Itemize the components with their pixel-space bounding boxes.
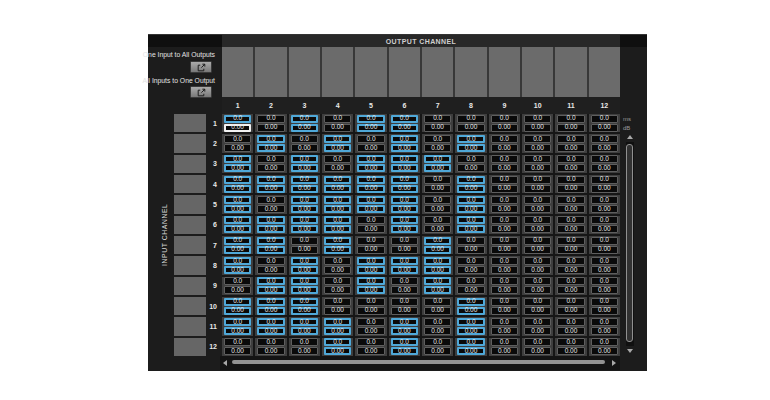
cell-ms-field[interactable]: 0.0 xyxy=(391,216,418,224)
cell-db-field[interactable]: 0.00 xyxy=(357,185,384,193)
cell-ms-field[interactable]: 0.0 xyxy=(257,176,284,184)
cell-ms-field[interactable]: 0.0 xyxy=(424,277,451,285)
cell-db-field[interactable]: 0.00 xyxy=(324,205,351,213)
cell-db-field[interactable]: 0.00 xyxy=(491,246,518,254)
scroll-right-button[interactable] xyxy=(610,359,618,367)
cell-ms-field[interactable]: 0.0 xyxy=(224,115,251,123)
cell-ms-field[interactable]: 0.0 xyxy=(457,237,484,245)
cell-ms-field[interactable]: 0.0 xyxy=(324,318,351,326)
cell-ms-field[interactable]: 0.0 xyxy=(424,135,451,143)
cell-db-field[interactable]: 0.00 xyxy=(224,225,251,233)
cell-db-field[interactable]: 0.00 xyxy=(257,205,284,213)
cell-ms-field[interactable]: 0.0 xyxy=(491,298,518,306)
cell-ms-field[interactable]: 0.0 xyxy=(291,277,318,285)
cell-db-field[interactable]: 0.00 xyxy=(591,124,618,132)
cell-ms-field[interactable]: 0.0 xyxy=(324,237,351,245)
scroll-up-button[interactable] xyxy=(625,133,634,141)
cell-ms-field[interactable]: 0.0 xyxy=(357,237,384,245)
cell-ms-field[interactable]: 0.0 xyxy=(224,216,251,224)
cell-db-field[interactable]: 0.00 xyxy=(524,307,551,315)
cell-ms-field[interactable]: 0.0 xyxy=(524,318,551,326)
all-inputs-to-one-output-button[interactable] xyxy=(190,86,212,98)
cell-ms-field[interactable]: 0.0 xyxy=(557,277,584,285)
cell-db-field[interactable]: 0.00 xyxy=(457,347,484,355)
cell-db-field[interactable]: 0.00 xyxy=(457,205,484,213)
cell-db-field[interactable]: 0.00 xyxy=(391,205,418,213)
cell-db-field[interactable]: 0.00 xyxy=(424,164,451,172)
cell-ms-field[interactable]: 0.0 xyxy=(524,115,551,123)
cell-ms-field[interactable]: 0.0 xyxy=(591,135,618,143)
cell-ms-field[interactable]: 0.0 xyxy=(224,277,251,285)
cell-db-field[interactable]: 0.00 xyxy=(324,286,351,294)
cell-db-field[interactable]: 0.00 xyxy=(524,266,551,274)
cell-ms-field[interactable]: 0.0 xyxy=(557,176,584,184)
cell-db-field[interactable]: 0.00 xyxy=(391,246,418,254)
cell-db-field[interactable]: 0.00 xyxy=(357,124,384,132)
cell-db-field[interactable]: 0.00 xyxy=(424,327,451,335)
cell-db-field[interactable]: 0.00 xyxy=(257,225,284,233)
cell-db-field[interactable]: 0.00 xyxy=(524,347,551,355)
cell-db-field[interactable]: 0.00 xyxy=(557,124,584,132)
cell-ms-field[interactable]: 0.0 xyxy=(357,115,384,123)
cell-db-field[interactable]: 0.00 xyxy=(424,144,451,152)
cell-db-field[interactable]: 0.00 xyxy=(524,327,551,335)
cell-ms-field[interactable]: 0.0 xyxy=(224,176,251,184)
cell-ms-field[interactable]: 0.0 xyxy=(257,298,284,306)
cell-ms-field[interactable]: 0.0 xyxy=(257,196,284,204)
cell-db-field[interactable]: 0.00 xyxy=(324,347,351,355)
cell-ms-field[interactable]: 0.0 xyxy=(324,216,351,224)
cell-ms-field[interactable]: 0.0 xyxy=(357,277,384,285)
cell-ms-field[interactable]: 0.0 xyxy=(457,318,484,326)
cell-ms-field[interactable]: 0.0 xyxy=(357,176,384,184)
cell-db-field[interactable]: 0.00 xyxy=(491,327,518,335)
cell-db-field[interactable]: 0.00 xyxy=(391,225,418,233)
one-input-to-all-outputs-button[interactable] xyxy=(190,61,212,73)
cell-db-field[interactable]: 0.00 xyxy=(291,144,318,152)
cell-ms-field[interactable]: 0.0 xyxy=(257,155,284,163)
cell-db-field[interactable]: 0.00 xyxy=(424,266,451,274)
cell-db-field[interactable]: 0.00 xyxy=(224,164,251,172)
cell-db-field[interactable]: 0.00 xyxy=(357,347,384,355)
cell-db-field[interactable]: 0.00 xyxy=(457,246,484,254)
cell-ms-field[interactable]: 0.0 xyxy=(491,277,518,285)
cell-db-field[interactable]: 0.00 xyxy=(224,327,251,335)
cell-ms-field[interactable]: 0.0 xyxy=(357,135,384,143)
cell-ms-field[interactable]: 0.0 xyxy=(491,318,518,326)
cell-db-field[interactable]: 0.00 xyxy=(457,327,484,335)
cell-ms-field[interactable]: 0.0 xyxy=(357,196,384,204)
cell-ms-field[interactable]: 0.0 xyxy=(457,216,484,224)
cell-ms-field[interactable]: 0.0 xyxy=(357,318,384,326)
cell-ms-field[interactable]: 0.0 xyxy=(291,115,318,123)
cell-ms-field[interactable]: 0.0 xyxy=(224,257,251,265)
cell-ms-field[interactable]: 0.0 xyxy=(391,338,418,346)
cell-ms-field[interactable]: 0.0 xyxy=(424,318,451,326)
cell-ms-field[interactable]: 0.0 xyxy=(457,277,484,285)
cell-ms-field[interactable]: 0.0 xyxy=(324,257,351,265)
cell-db-field[interactable]: 0.00 xyxy=(224,307,251,315)
cell-ms-field[interactable]: 0.0 xyxy=(591,318,618,326)
cell-db-field[interactable]: 0.00 xyxy=(291,246,318,254)
cell-db-field[interactable]: 0.00 xyxy=(457,286,484,294)
cell-db-field[interactable]: 0.00 xyxy=(591,266,618,274)
cell-ms-field[interactable]: 0.0 xyxy=(557,115,584,123)
cell-ms-field[interactable]: 0.0 xyxy=(591,298,618,306)
cell-db-field[interactable]: 0.00 xyxy=(457,225,484,233)
cell-ms-field[interactable]: 0.0 xyxy=(424,257,451,265)
scroll-left-button[interactable] xyxy=(221,359,229,367)
cell-ms-field[interactable]: 0.0 xyxy=(224,237,251,245)
cell-db-field[interactable]: 0.00 xyxy=(291,266,318,274)
scroll-down-button[interactable] xyxy=(625,347,634,355)
cell-ms-field[interactable]: 0.0 xyxy=(457,338,484,346)
cell-db-field[interactable]: 0.00 xyxy=(524,144,551,152)
cell-db-field[interactable]: 0.00 xyxy=(357,266,384,274)
cell-ms-field[interactable]: 0.0 xyxy=(291,155,318,163)
cell-ms-field[interactable]: 0.0 xyxy=(491,176,518,184)
cell-ms-field[interactable]: 0.0 xyxy=(591,155,618,163)
cell-ms-field[interactable]: 0.0 xyxy=(257,115,284,123)
cell-ms-field[interactable]: 0.0 xyxy=(457,115,484,123)
cell-ms-field[interactable]: 0.0 xyxy=(391,176,418,184)
cell-ms-field[interactable]: 0.0 xyxy=(257,216,284,224)
cell-ms-field[interactable]: 0.0 xyxy=(457,196,484,204)
cell-ms-field[interactable]: 0.0 xyxy=(324,298,351,306)
cell-db-field[interactable]: 0.00 xyxy=(557,205,584,213)
